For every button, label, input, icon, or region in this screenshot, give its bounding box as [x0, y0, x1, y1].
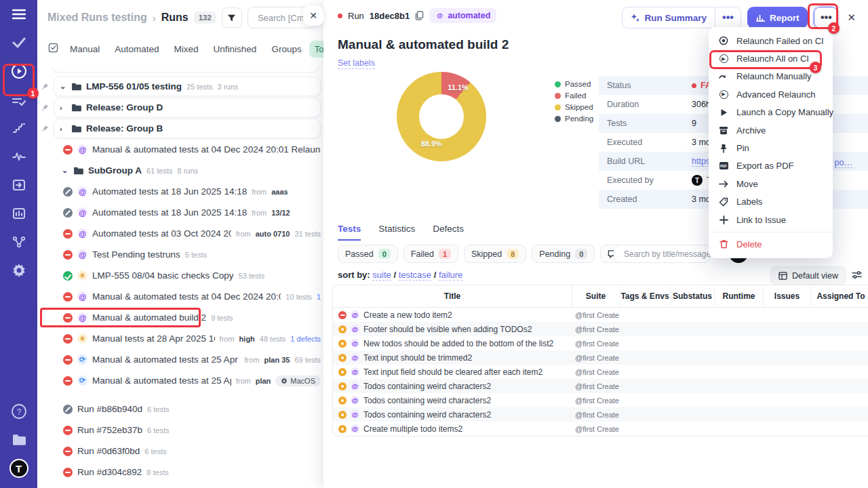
breadcrumb-page[interactable]: Runs: [161, 12, 189, 24]
filter-pending[interactable]: Pending0: [532, 245, 595, 263]
run-row[interactable]: @ Automated tests at 18 Jun 2025 14:18 f…: [40, 181, 321, 202]
analytics-chart-icon[interactable]: [0, 199, 37, 228]
run-row[interactable]: @ Manual & automated tests at 04 Dec 202…: [40, 286, 321, 307]
automated-icon: @: [351, 382, 359, 390]
automated-badge[interactable]: @ automated: [429, 8, 496, 23]
pin-icon[interactable]: [41, 123, 49, 135]
close-detail-icon[interactable]: ✕: [844, 9, 859, 26]
run-row[interactable]: Run #0d63f0bd 6 tests: [40, 441, 321, 462]
run-row[interactable]: Run #b86b940d 6 tests: [40, 399, 321, 420]
run-summary-more-button[interactable]: •••: [715, 7, 741, 28]
tab-statistics[interactable]: Statistics: [378, 224, 415, 241]
sort-suite-link[interactable]: suite: [372, 270, 391, 281]
menu-launch-copy[interactable]: Launch a Copy Manually: [709, 104, 833, 121]
run-row[interactable]: ⟳ Manual & automated tests at 25 Apr 202…: [40, 370, 321, 391]
test-row[interactable]: @Text input field should be cleared afte…: [333, 365, 868, 379]
test-row[interactable]: @Todos containing weird characters2 @fir…: [333, 379, 868, 393]
tab-mixed[interactable]: Mixed: [167, 40, 206, 58]
test-row[interactable]: @Todos containing weird characters2 @fir…: [333, 407, 868, 422]
run-row-selected[interactable]: @ Manual & automated build 2 9 tests: [40, 307, 321, 328]
menu-relaunch-failed-ci[interactable]: Relaunch Failed on CI: [709, 32, 833, 49]
help-icon[interactable]: ?: [0, 397, 37, 426]
run-row[interactable]: Run #752eb37b 6 tests: [40, 420, 321, 441]
table-settings-sliders-icon[interactable]: [852, 270, 862, 282]
run-row[interactable]: Run #d304c892 8 tests: [40, 462, 321, 483]
column-tags-envs[interactable]: Tags & Envs: [620, 285, 671, 307]
column-title[interactable]: Title: [333, 285, 572, 307]
build-url-link-tail[interactable]: po…: [835, 158, 852, 168]
tab-unfinished[interactable]: Unfinished: [206, 40, 264, 58]
milestones-steps-icon[interactable]: [0, 114, 37, 142]
column-assigned-to[interactable]: Assigned To: [811, 285, 868, 307]
folder-row[interactable]: ⌄ LMP-556 01/05 testing 25 tests 3 runs: [40, 76, 321, 97]
pin-icon[interactable]: [41, 102, 49, 114]
folder-row[interactable]: › Release: Group D: [40, 97, 321, 118]
subfolder-row[interactable]: ⌄ SubGroup A 61 tests 8 runs: [40, 160, 321, 181]
column-issues[interactable]: Issues: [764, 285, 811, 307]
column-substatus[interactable]: Substatus: [671, 285, 715, 307]
menu-delete[interactable]: Delete: [709, 235, 833, 253]
close-panel-button[interactable]: ✕: [303, 5, 323, 26]
copy-icon[interactable]: [415, 11, 424, 20]
chevron-down-icon[interactable]: ⌄: [62, 166, 68, 175]
filter-failed[interactable]: Failed1: [403, 245, 458, 263]
chevron-right-icon[interactable]: ›: [60, 125, 66, 133]
run-row[interactable]: ✳ Manual tests at 28 Apr 2025 16:50 from…: [40, 328, 321, 349]
user-avatar[interactable]: T: [0, 454, 37, 483]
tests-search-input[interactable]: Search by title/message: [614, 245, 711, 263]
run-row[interactable]: ⟳ Manual & automated tests at 25 Apr 202…: [40, 349, 321, 370]
run-row[interactable]: @ Automated tests at 18 Jun 2025 14:18 f…: [40, 202, 321, 223]
tab-automated[interactable]: Automated: [107, 40, 166, 58]
tab-today[interactable]: To: [309, 41, 323, 58]
menu-advanced-relaunch[interactable]: ▶Advanced Relaunch: [709, 85, 833, 103]
filter-passed[interactable]: Passed0: [338, 245, 398, 263]
test-row[interactable]: @New todos should be added to the bottom…: [333, 336, 868, 350]
pin-icon[interactable]: [41, 81, 49, 93]
breadcrumb-project[interactable]: Mixed Runs testing: [47, 12, 147, 24]
run-row[interactable]: ✳ LMP-555 08/04 basic checks Copy 53 tes…: [40, 265, 321, 286]
menu-icon[interactable]: [0, 0, 37, 28]
run-row[interactable]: @ Manual & automated tests at 04 Dec 202…: [40, 139, 321, 160]
column-suite[interactable]: Suite: [572, 285, 620, 307]
report-button[interactable]: Report: [747, 7, 808, 28]
menu-labels[interactable]: Labels: [709, 193, 833, 211]
tab-groups[interactable]: Groups: [264, 40, 309, 58]
test-row[interactable]: @Footer should be visible when adding TO…: [333, 322, 868, 336]
menu-move[interactable]: Move: [709, 175, 833, 192]
import-icon[interactable]: [0, 171, 37, 199]
run-summary-button[interactable]: Run Summary: [623, 7, 715, 28]
test-row[interactable]: @Todos containing weird characters2 @fir…: [333, 393, 868, 407]
chevron-right-icon[interactable]: ›: [60, 104, 66, 112]
test-row[interactable]: @Create multiple todo items2 @first Crea…: [333, 422, 868, 436]
menu-archive[interactable]: Archive: [709, 121, 833, 139]
branch-icon[interactable]: [0, 228, 37, 256]
tab-manual[interactable]: Manual: [62, 40, 107, 58]
sort-failure-link[interactable]: failure: [439, 270, 462, 281]
projects-folder-icon[interactable]: [0, 426, 37, 454]
chevron-down-icon[interactable]: ⌄: [60, 82, 66, 91]
select-all-icon[interactable]: [48, 43, 58, 56]
activity-pulse-icon[interactable]: [0, 142, 37, 171]
run-row[interactable]: @ Test Pending testruns 5 tests: [40, 244, 321, 265]
defects-count[interactable]: 1: [317, 293, 321, 301]
run-row[interactable]: @ Automated tests at 03 Oct 2024 20:25 f…: [40, 223, 321, 244]
menu-pin[interactable]: Pin: [709, 139, 833, 157]
run-row[interactable]: Run #26d30145 5 tests: [40, 483, 321, 488]
tab-tests[interactable]: Tests: [338, 224, 361, 241]
sort-testcase-link[interactable]: testcase: [399, 270, 431, 281]
filter-skipped[interactable]: Skipped8: [464, 245, 526, 263]
column-runtime[interactable]: Runtime: [715, 285, 764, 307]
tab-defects[interactable]: Defects: [433, 224, 464, 241]
runs-play-icon[interactable]: [0, 57, 37, 85]
test-row[interactable]: @Create a new todo item2 @first Create .…: [333, 308, 868, 322]
filter-button[interactable]: [222, 7, 242, 28]
settings-gear-icon[interactable]: [0, 256, 37, 285]
menu-export-pdf[interactable]: PDFExport as PDF: [709, 157, 833, 175]
set-labels-link[interactable]: Set labels: [338, 58, 375, 69]
folder-row[interactable]: › Release: Group B: [40, 118, 321, 139]
defects-count[interactable]: 1 defects: [290, 335, 321, 343]
menu-link-to-issue[interactable]: Link to Issue: [709, 211, 833, 228]
tests-check-icon[interactable]: [0, 28, 37, 57]
test-row[interactable]: @Text input should be trimmed2 @first Cr…: [333, 350, 868, 365]
default-view-button[interactable]: Default view: [770, 266, 846, 285]
